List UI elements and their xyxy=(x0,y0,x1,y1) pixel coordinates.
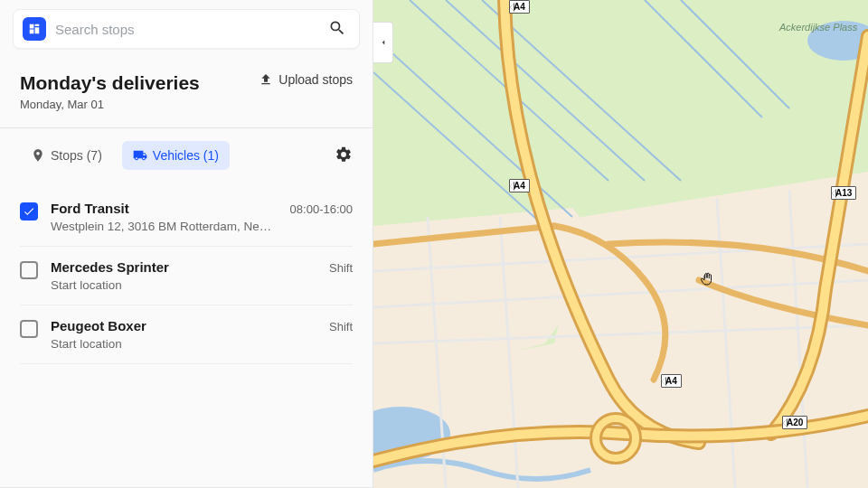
check-icon xyxy=(23,205,35,218)
tab-stops-label: Stops (7) xyxy=(51,148,102,163)
collapse-sidebar-button[interactable] xyxy=(373,22,393,63)
vehicle-row[interactable]: Ford Transit 08:00-16:00 Westplein 12, 3… xyxy=(20,188,353,247)
road-label: A4 xyxy=(509,179,530,192)
gear-icon xyxy=(335,145,353,164)
tabs-row: Stops (7) Vehicles (1) xyxy=(0,128,373,177)
vehicle-start-location: Westplein 12, 3016 BM Rotterdam, Ne… xyxy=(51,220,353,233)
vehicle-start-location: Start location xyxy=(51,278,353,292)
app-logo[interactable] xyxy=(23,17,46,41)
road-label: A4 xyxy=(509,0,530,14)
place-label: Ackerdijkse Plass xyxy=(779,22,857,33)
pin-icon xyxy=(31,148,45,163)
vehicle-name: Ford Transit xyxy=(51,201,129,216)
road-label: A4 xyxy=(661,374,682,388)
upload-label: Upload stops xyxy=(278,72,353,87)
vehicle-checkbox[interactable] xyxy=(20,261,38,279)
map-canvas[interactable]: A4 A4 A13 A4 A20 Ackerdijkse Plass xyxy=(373,0,868,488)
vehicle-shift-label: Shift xyxy=(329,261,353,275)
settings-button[interactable] xyxy=(335,145,353,166)
road-label: A20 xyxy=(782,416,807,429)
tab-stops[interactable]: Stops (7) xyxy=(20,141,113,170)
vehicle-row[interactable]: Peugeot Boxer Shift Start location xyxy=(20,305,353,364)
tab-vehicles[interactable]: Vehicles (1) xyxy=(122,141,230,170)
vehicle-list: Ford Transit 08:00-16:00 Westplein 12, 3… xyxy=(0,177,373,487)
vehicle-name: Peugeot Boxer xyxy=(51,318,146,333)
upload-icon xyxy=(259,72,273,87)
page-header: Monday's deliveries Monday, Mar 01 Uploa… xyxy=(0,56,373,127)
search-input[interactable] xyxy=(55,22,325,37)
hand-cursor-icon xyxy=(699,271,715,287)
vehicle-row[interactable]: Mercedes Sprinter Shift Start location xyxy=(20,247,353,305)
map-tiles xyxy=(373,0,868,488)
truck-icon xyxy=(133,148,147,163)
road-label: A13 xyxy=(831,186,856,200)
search-button[interactable] xyxy=(325,15,350,43)
vehicle-name: Mercedes Sprinter xyxy=(51,259,169,275)
vehicle-start-location: Start location xyxy=(51,337,353,351)
search-bar xyxy=(13,9,360,49)
logo-icon xyxy=(28,23,41,35)
page-title: Monday's deliveries xyxy=(20,72,200,94)
chevron-left-icon xyxy=(379,38,388,47)
tab-vehicles-label: Vehicles (1) xyxy=(153,148,219,163)
page-date: Monday, Mar 01 xyxy=(20,98,200,111)
search-icon xyxy=(328,19,346,37)
vehicle-checkbox[interactable] xyxy=(20,320,38,338)
vehicle-shift-label: Shift xyxy=(329,320,353,333)
vehicle-checkbox[interactable] xyxy=(20,202,38,221)
sidebar: Monday's deliveries Monday, Mar 01 Uploa… xyxy=(0,0,373,488)
vehicle-shift-time: 08:00-16:00 xyxy=(290,202,353,216)
upload-stops-button[interactable]: Upload stops xyxy=(259,72,353,87)
